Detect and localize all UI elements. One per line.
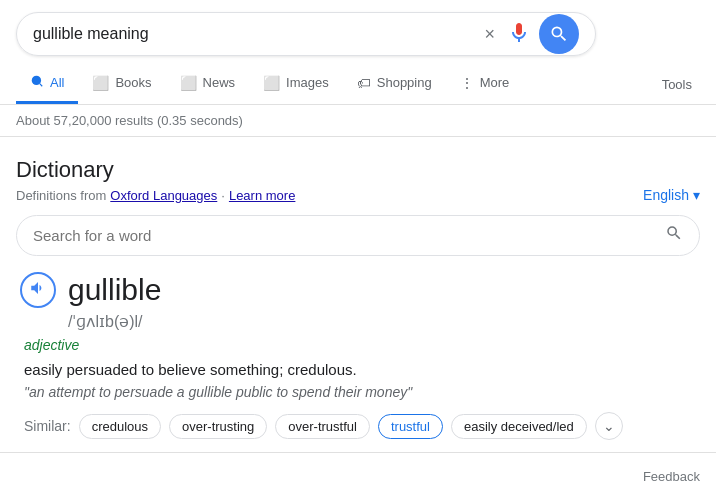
microphone-icon (507, 21, 531, 45)
speaker-icon (29, 279, 47, 302)
word-example: "an attempt to persuade a gullible publi… (24, 384, 696, 400)
similar-chip-easily-deceived[interactable]: easily deceived/led (451, 414, 587, 439)
similar-chip-over-trusting[interactable]: over-trusting (169, 414, 267, 439)
feedback-link[interactable]: Feedback (643, 469, 700, 484)
language-dropdown[interactable]: English ▾ (643, 187, 700, 203)
source-left: Definitions from Oxford Languages · Lear… (16, 188, 295, 203)
header: × (0, 0, 716, 56)
chevron-down-icon: ▾ (693, 187, 700, 203)
word-search-icon (665, 224, 683, 247)
word-entry: gullible /ˈɡʌlɪb(ə)l/ adjective easily p… (16, 272, 700, 440)
svg-line-1 (40, 84, 43, 87)
books-icon: ⬜ (92, 75, 109, 91)
tab-news[interactable]: ⬜ News (166, 65, 250, 104)
dictionary-source: Definitions from Oxford Languages · Lear… (16, 187, 700, 203)
feedback-row: Feedback (0, 461, 716, 492)
all-icon (30, 74, 44, 91)
word-definition: easily persuaded to believe something; c… (24, 361, 696, 378)
news-icon: ⬜ (180, 75, 197, 91)
nav-tabs: All ⬜ Books ⬜ News ⬜ Images 🏷 Shopping ⋮… (0, 56, 716, 105)
separator (0, 452, 716, 453)
tab-shopping[interactable]: 🏷 Shopping (343, 65, 446, 104)
word-part-of-speech: adjective (24, 337, 696, 353)
search-bar: × (16, 12, 596, 56)
tab-all-label: All (50, 75, 64, 90)
word-title: gullible (68, 273, 161, 307)
search-icon-wrap[interactable] (539, 14, 579, 54)
similar-more-button[interactable]: ⌄ (595, 412, 623, 440)
tab-books-label: Books (115, 75, 151, 90)
dictionary-title: Dictionary (16, 157, 700, 183)
sound-button[interactable] (20, 272, 56, 308)
oxford-languages-link[interactable]: Oxford Languages (110, 188, 217, 203)
tab-news-label: News (203, 75, 236, 90)
chevron-down-icon: ⌄ (603, 418, 615, 434)
tab-more-label: More (480, 75, 510, 90)
dictionary-section: Dictionary Definitions from Oxford Langu… (0, 141, 716, 440)
shopping-icon: 🏷 (357, 75, 371, 91)
similar-row: Similar: credulous over-trusting over-tr… (24, 412, 696, 440)
more-icon: ⋮ (460, 75, 474, 91)
learn-more-link[interactable]: Learn more (229, 188, 295, 203)
tools-button[interactable]: Tools (654, 67, 700, 102)
voice-icon-wrap[interactable] (507, 21, 531, 48)
similar-chip-trustful[interactable]: trustful (378, 414, 443, 439)
tab-all[interactable]: All (16, 64, 78, 104)
clear-icon[interactable]: × (484, 24, 495, 45)
word-header: gullible (20, 272, 696, 308)
source-text: Definitions from (16, 188, 106, 203)
svg-point-0 (32, 76, 41, 85)
tab-images-label: Images (286, 75, 329, 90)
images-icon: ⬜ (263, 75, 280, 91)
similar-chip-credulous[interactable]: credulous (79, 414, 161, 439)
tab-shopping-label: Shopping (377, 75, 432, 90)
search-input[interactable] (33, 25, 484, 43)
tab-books[interactable]: ⬜ Books (78, 65, 165, 104)
similar-chip-over-trustful[interactable]: over-trustful (275, 414, 370, 439)
search-icon (549, 24, 569, 44)
tab-images[interactable]: ⬜ Images (249, 65, 343, 104)
results-count: About 57,20,000 results (0.35 seconds) (0, 105, 716, 137)
separator-dot: · (221, 188, 225, 203)
language-label: English (643, 187, 689, 203)
word-search-input[interactable] (33, 227, 665, 244)
word-search-box (16, 215, 700, 256)
word-pronunciation: /ˈɡʌlɪb(ə)l/ (68, 312, 696, 331)
tab-more[interactable]: ⋮ More (446, 65, 524, 104)
example-text: "an attempt to persuade a gullible publi… (24, 384, 412, 400)
similar-label: Similar: (24, 418, 71, 434)
